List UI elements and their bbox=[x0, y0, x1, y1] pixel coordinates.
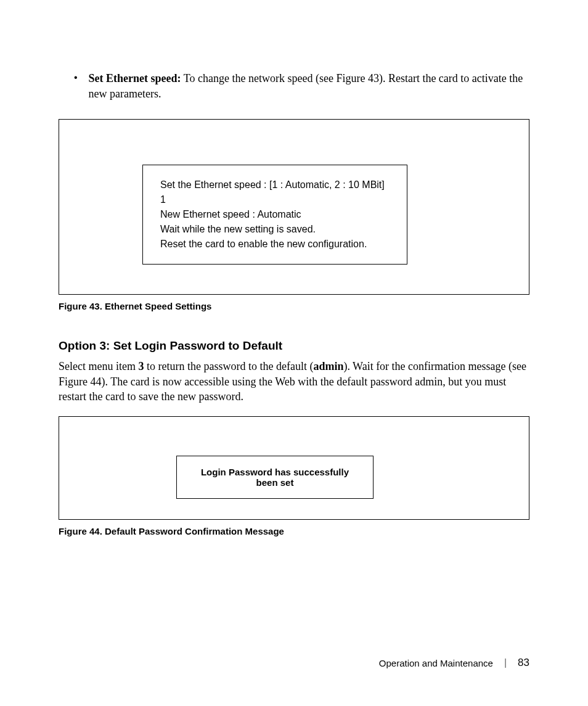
terminal-line: New Ethernet speed : Automatic bbox=[160, 207, 390, 222]
page-footer: Operation and Maintenance | 83 bbox=[379, 657, 529, 669]
terminal-line: Set the Ethernet speed : [1 : Automatic,… bbox=[160, 178, 390, 192]
figure-44-caption: Figure 44. Default Password Confirmation… bbox=[59, 526, 529, 536]
para-text: Select menu item bbox=[59, 360, 138, 372]
para-text: to return the password to the default ( bbox=[144, 360, 313, 372]
section-heading: Option 3: Set Login Password to Default bbox=[59, 339, 529, 353]
page-number: 83 bbox=[518, 657, 529, 669]
bullet-text: Set Ethernet speed: To change the networ… bbox=[89, 71, 529, 102]
footer-divider: | bbox=[504, 657, 507, 668]
terminal-line: 1 bbox=[160, 192, 390, 207]
figure-44-box: Login Password has successfully been set bbox=[59, 416, 529, 520]
bullet-icon: • bbox=[74, 72, 78, 83]
confirmation-box: Login Password has successfully been set bbox=[176, 456, 374, 499]
terminal-line: Reset the card to enable the new configu… bbox=[160, 237, 390, 252]
body-paragraph: Select menu item 3 to return the passwor… bbox=[59, 359, 529, 404]
footer-section: Operation and Maintenance bbox=[379, 658, 493, 668]
terminal-line: Wait while the new setting is saved. bbox=[160, 222, 390, 237]
terminal-box: Set the Ethernet speed : [1 : Automatic,… bbox=[142, 165, 407, 265]
figure-43-caption: Figure 43. Ethernet Speed Settings bbox=[59, 301, 529, 311]
bullet-label: Set Ethernet speed: bbox=[89, 72, 181, 84]
bullet-item: • Set Ethernet speed: To change the netw… bbox=[74, 71, 529, 102]
para-bold: admin bbox=[313, 360, 343, 372]
confirmation-text: Login Password has successfully been set bbox=[189, 467, 361, 488]
figure-43-box: Set the Ethernet speed : [1 : Automatic,… bbox=[59, 119, 529, 295]
